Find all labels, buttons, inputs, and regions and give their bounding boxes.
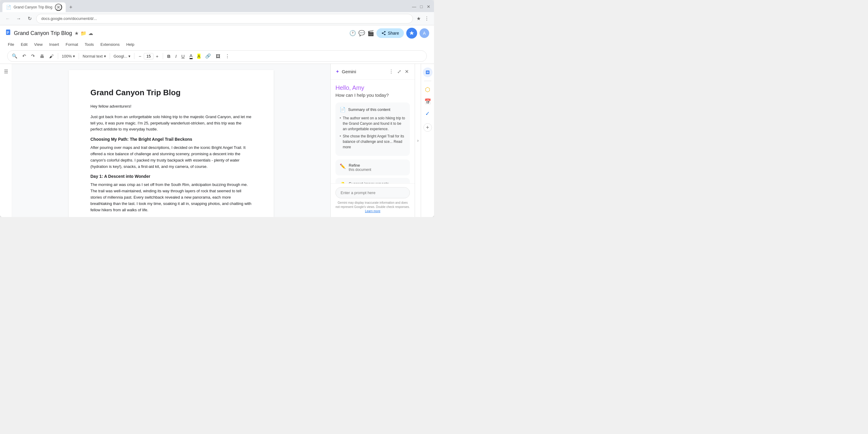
paint-format-button[interactable]: 🖌 <box>47 53 56 60</box>
menu-bar: File Edit View Insert Format Tools Exten… <box>5 40 429 49</box>
more-options-icon[interactable]: ⋮ <box>423 14 430 23</box>
close-button[interactable]: ✕ <box>426 4 432 10</box>
menu-format[interactable]: Format <box>63 41 81 48</box>
gemini-panel: ✦ Gemini ⋮ ⤢ ✕ Hello, Amy How can I help… <box>330 64 415 217</box>
font-size-decrease[interactable]: − <box>137 53 143 60</box>
gemini-star-icon: ✦ <box>336 69 339 74</box>
back-button[interactable]: ← <box>4 14 12 23</box>
reload-button[interactable]: ↻ <box>25 14 34 23</box>
gemini-greeting: Hello, Amy <box>336 84 410 91</box>
document-area[interactable]: Grand Canyon Trip Blog Hey fellow advent… <box>12 64 330 217</box>
svg-rect-6 <box>427 73 429 73</box>
svg-rect-4 <box>426 70 430 74</box>
history-button[interactable]: 🕐 <box>349 30 356 36</box>
gemini-action-refine[interactable]: ✏️ Refine this document <box>336 159 410 176</box>
maximize-button[interactable]: □ <box>418 4 424 10</box>
underline-button[interactable]: U <box>180 53 187 60</box>
gemini-footer: Gemini may display inaccurate informatio… <box>331 183 415 217</box>
bold-button[interactable]: B <box>165 53 173 60</box>
paragraph-3: After pouring over maps and trail descri… <box>90 145 252 170</box>
right-sidebar-tasks-button[interactable]: ✓ <box>423 109 433 119</box>
right-sidebar-drive-button[interactable]: ⬡ <box>423 85 433 94</box>
menu-insert[interactable]: Insert <box>46 41 62 48</box>
forward-button[interactable]: → <box>14 14 23 23</box>
folder-icon[interactable]: 📁 <box>81 30 87 36</box>
gemini-card-title: Summary of this content <box>348 107 390 112</box>
gemini-expand-button[interactable]: ⤢ <box>396 67 402 76</box>
toolbar-sep-1 <box>58 53 58 59</box>
text-style-select[interactable]: Normal text ▾ <box>82 53 107 59</box>
gemini-disclaimer: Gemini may display inaccurate informatio… <box>336 201 410 213</box>
document-title[interactable]: Grand Canyon Trip Blog <box>14 30 72 36</box>
menu-tools[interactable]: Tools <box>82 41 97 48</box>
right-sidebar-calendar-button[interactable]: 📅 <box>423 97 433 106</box>
highlight-button[interactable]: A <box>195 53 202 60</box>
meet-button[interactable]: 🎬 <box>367 30 374 36</box>
gemini-fab-button[interactable] <box>406 28 417 38</box>
learn-more-link[interactable]: Learn more <box>365 210 380 213</box>
address-bar-row: ← → ↻ docs.google.com/document/d/... ★ ⋮ <box>0 12 434 25</box>
gemini-more-button[interactable]: ⋮ <box>388 67 395 76</box>
image-button[interactable]: 🖼 <box>214 53 222 60</box>
gemini-summary-item-1: The author went on a solo hiking trip to… <box>340 116 406 132</box>
gemini-summary-item-2: She chose the Bright Angel Trail for its… <box>340 133 406 150</box>
paragraph-2: Just got back from an unforgettable solo… <box>90 114 252 133</box>
menu-edit[interactable]: Edit <box>18 41 30 48</box>
gemini-action-suggest[interactable]: 💡 Suggest improvements to this document <box>336 178 410 183</box>
outline-icon[interactable]: ☰ <box>4 69 8 74</box>
new-tab-button[interactable]: + <box>67 3 75 12</box>
cloud-icon[interactable]: ☁ <box>88 30 93 36</box>
gemini-action-text-refine: Refine this document <box>349 163 371 172</box>
summary-icon: 📄 <box>340 107 346 113</box>
docs-body: ☰ Grand Canyon Trip Blog Hey fellow adve… <box>0 64 434 217</box>
link-button[interactable]: 🔗 <box>204 52 213 60</box>
gemini-header-buttons: ⋮ ⤢ ✕ <box>388 67 410 76</box>
svg-rect-3 <box>7 33 8 34</box>
right-sidebar: ⬡ 📅 ✓ + <box>421 64 434 217</box>
gemini-panel-body: Hello, Amy How can I help you today? 📄 S… <box>331 80 415 183</box>
document-heading: Grand Canyon Trip Blog <box>90 88 252 97</box>
docs-title-row: Grand Canyon Trip Blog ★ 📁 ☁ 🕐 💬 🎬 Share <box>5 28 429 38</box>
font-select[interactable]: Googl... ▾ <box>113 53 132 59</box>
gemini-panel-title: Gemini <box>342 69 385 74</box>
search-toolbar-button[interactable]: 🔍 <box>10 52 19 60</box>
menu-help[interactable]: Help <box>123 41 137 48</box>
font-size-increase[interactable]: + <box>154 53 160 60</box>
undo-button[interactable]: ↶ <box>21 52 28 60</box>
more-toolbar-button[interactable]: ⋮ <box>223 52 231 60</box>
italic-button[interactable]: I <box>174 53 179 60</box>
gemini-prompt-input[interactable] <box>336 187 410 198</box>
active-tab[interactable]: 📄 Grand Canyon Trip Blog ✕ <box>2 2 66 12</box>
user-avatar[interactable]: A <box>420 28 429 38</box>
svg-rect-1 <box>7 31 9 32</box>
menu-extensions[interactable]: Extensions <box>97 41 123 48</box>
svg-rect-5 <box>427 72 429 72</box>
star-icon[interactable]: ★ <box>74 30 79 36</box>
comments-button[interactable]: 💬 <box>358 30 365 36</box>
text-color-button[interactable]: A <box>188 52 194 60</box>
bookmark-icon[interactable]: ★ <box>415 14 422 23</box>
share-button[interactable]: Share <box>376 28 404 38</box>
docs-logo-icon <box>5 28 11 38</box>
right-sidebar-divider <box>424 81 431 81</box>
zoom-select[interactable]: 100% ▾ <box>61 53 76 59</box>
gemini-close-button[interactable]: ✕ <box>404 67 410 76</box>
right-sidebar-add-button[interactable]: + <box>424 123 432 132</box>
minimize-button[interactable]: — <box>411 4 417 10</box>
tab-close-button[interactable]: ✕ <box>55 4 62 11</box>
address-bar[interactable]: docs.google.com/document/d/... <box>36 14 413 24</box>
menu-file[interactable]: File <box>5 41 17 48</box>
menu-view[interactable]: View <box>31 41 45 48</box>
font-size-input[interactable] <box>144 53 153 59</box>
toolbar-sep-4 <box>134 53 134 59</box>
print-button[interactable]: 🖶 <box>38 53 46 60</box>
right-sidebar-gemini-button[interactable] <box>423 67 433 77</box>
docs-header-right: 🕐 💬 🎬 Share A <box>349 28 429 38</box>
gemini-panel-collapse-button[interactable]: › <box>415 64 421 217</box>
heading-1: Choosing My Path: The Bright Angel Trail… <box>90 137 252 142</box>
redo-button[interactable]: ↷ <box>29 52 37 60</box>
refine-icon: ✏️ <box>340 163 346 169</box>
paragraph-4: The morning air was crisp as I set off f… <box>90 182 252 213</box>
address-icons: ★ ⋮ <box>415 14 430 23</box>
tab-icon: 📄 <box>6 5 11 10</box>
